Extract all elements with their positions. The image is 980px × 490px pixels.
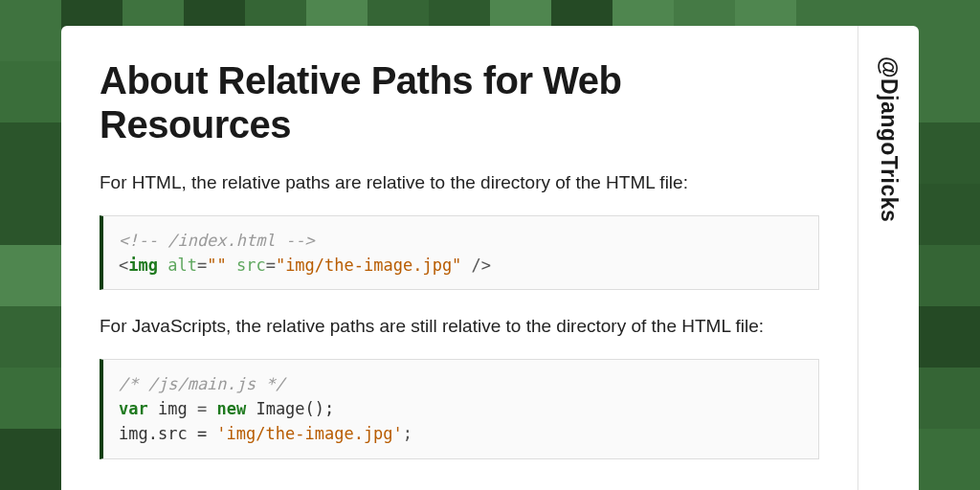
code-val: 'img/the-image.jpg' bbox=[216, 424, 402, 443]
paragraph-1: For HTML, the relative paths are relativ… bbox=[100, 169, 819, 196]
code-block-html: <!-- /index.html --> <img alt="" src="im… bbox=[100, 215, 819, 291]
page-title: About Relative Paths for Web Resources bbox=[100, 58, 819, 146]
article-card: About Relative Paths for Web Resources F… bbox=[61, 26, 919, 490]
code-punct: = bbox=[266, 256, 276, 275]
code-punct: /> bbox=[472, 256, 491, 275]
paragraph-2: For JavaScripts, the relative paths are … bbox=[100, 313, 819, 340]
code-block-js: /* /js/main.js */ var img = new Image();… bbox=[100, 359, 819, 459]
code-id: img bbox=[158, 399, 188, 418]
code-keyword: var bbox=[119, 399, 148, 418]
code-punct: ; bbox=[403, 424, 412, 443]
code-val: "img/the-image.jpg" bbox=[276, 256, 461, 275]
code-comment: /* /js/main.js */ bbox=[119, 374, 285, 393]
code-comment: <!-- /index.html --> bbox=[119, 231, 315, 250]
code-punct: < bbox=[119, 256, 128, 275]
code-punct: = bbox=[197, 399, 207, 418]
code-keyword: new bbox=[216, 399, 246, 418]
code-line: img.src = bbox=[119, 424, 216, 443]
code-id: Image(); bbox=[256, 399, 334, 418]
sidebar: @DjangoTricks bbox=[858, 26, 919, 490]
code-tag: img bbox=[128, 256, 158, 275]
code-punct: = bbox=[197, 256, 207, 275]
twitter-handle: @DjangoTricks bbox=[876, 56, 902, 222]
article-content: About Relative Paths for Web Resources F… bbox=[61, 26, 858, 490]
code-val: "" bbox=[207, 256, 226, 275]
code-attr: src bbox=[236, 256, 266, 275]
code-attr: alt bbox=[167, 256, 197, 275]
